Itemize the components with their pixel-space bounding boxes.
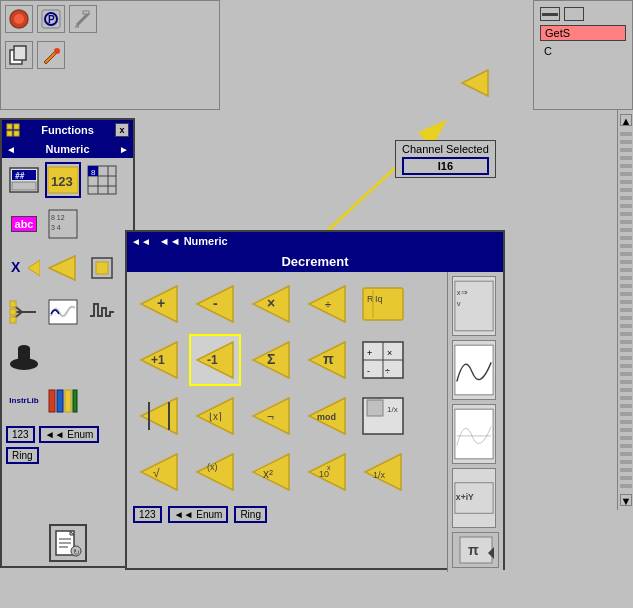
popup-log[interactable]: 10 x [301,446,353,498]
popup-right-convert[interactable]: x⇒ v [452,276,496,336]
func-instrlib[interactable]: InstrLib [6,382,42,418]
svg-rect-38 [96,262,108,274]
popup-multiply[interactable]: × [245,278,297,330]
popup-power[interactable]: 1/x [357,446,409,498]
svg-text:Σ: Σ [267,351,275,367]
func-connector[interactable] [84,250,120,286]
sub-label: C [540,45,626,57]
func-arrow-item[interactable] [45,250,81,286]
func-bundle[interactable] [6,294,42,330]
popup-breadcrumb: ◄◄ Numeric [159,235,228,247]
popup-bottom-123[interactable]: 123 [133,506,162,523]
popup-main-grid: + - × [127,272,447,572]
func-xy[interactable]: X [6,250,42,286]
popup-modulo[interactable]: mod [301,390,353,442]
popup-bottom-ring[interactable]: Ring [234,506,267,523]
svg-rect-21 [12,182,36,190]
svg-point-1 [14,14,24,24]
popup-content: + - × [127,272,503,572]
popup-back-arrow[interactable]: ◄◄ [131,236,151,247]
nav-right-arrow[interactable]: ► [119,144,129,155]
svg-marker-88 [141,398,177,434]
scroll-down[interactable]: ▼ [620,494,632,506]
tool-p[interactable]: P [37,5,65,33]
svg-marker-35 [28,260,40,276]
popup-sqrt[interactable]: √ [133,446,185,498]
svg-text:1/x: 1/x [387,405,398,414]
svg-text:x+iY: x+iY [456,492,474,502]
svg-marker-36 [49,256,75,280]
popup-quotient[interactable]: R Iq [357,278,409,330]
popup-right-pi[interactable]: π [452,532,499,568]
func-row-5 [2,334,133,378]
popup-not[interactable]: ¬ [245,390,297,442]
tool-paint[interactable] [37,41,65,69]
popup-math-grid[interactable]: + × - ÷ [357,334,409,386]
func-waveform[interactable] [45,294,81,330]
popup-divide[interactable]: ÷ [301,278,353,330]
svg-rect-7 [83,11,89,14]
functions-close-button[interactable]: x [115,123,129,137]
func-numeric-display[interactable]: ## [6,162,42,198]
toolbar-row-1: P [1,1,219,37]
popup-right-graph[interactable] [452,340,496,400]
gets-label: GetS [540,25,626,41]
tool-syringe[interactable] [69,5,97,33]
popup-title-bar: ◄◄ ◄◄ Numeric [127,232,503,250]
svg-text:⌊x⌉: ⌊x⌉ [209,411,222,422]
func-cluster[interactable]: 8 12 3 4 [45,206,81,242]
toolbar-row-2 [1,37,219,73]
popup-reciprocal[interactable]: (x) [189,446,241,498]
svg-text:x: x [327,464,331,471]
svg-rect-45 [10,317,16,323]
func-signal[interactable] [84,294,120,330]
popup-compound[interactable]: Σ [245,334,297,386]
func-row-4 [2,290,133,334]
func-books[interactable] [45,382,81,418]
svg-text:v: v [457,299,461,308]
popup-pi[interactable]: π [301,334,353,386]
popup-right-complex[interactable]: x+iY [452,468,496,528]
channel-selected-callout: Channel Selected I16 [395,140,496,178]
func-row-2: abc 8 12 3 4 [2,202,133,246]
svg-text:8 12: 8 12 [51,214,65,221]
tool-run[interactable] [5,5,33,33]
svg-rect-16 [7,131,12,136]
svg-text:P: P [48,14,55,25]
popup-square[interactable]: x² [245,446,297,498]
svg-text:÷: ÷ [385,366,390,376]
svg-text:X: X [11,259,21,275]
bottom-btn-ring[interactable]: Ring [6,447,39,464]
func-abc[interactable]: abc [6,206,42,242]
svg-rect-44 [10,309,16,315]
popup-add[interactable]: + [133,278,185,330]
svg-rect-15 [14,124,19,129]
popup-row-3: ⌊x⌉ ¬ mod [127,386,447,442]
numeric-popup: ◄◄ ◄◄ Numeric Decrement + [125,230,505,570]
svg-marker-102 [197,454,233,490]
func-123-const[interactable]: 123 [45,162,81,198]
functions-page-icon[interactable]: ↻ [49,524,87,562]
bottom-btn-123[interactable]: 123 [6,426,35,443]
svg-text:x⇒: x⇒ [457,288,468,297]
tool-copy[interactable] [5,41,33,69]
svg-text:÷: ÷ [325,298,331,310]
popup-right-graph2[interactable] [452,404,496,464]
svg-text:√: √ [153,466,160,480]
func-array-grid[interactable]: 8 [84,162,120,198]
popup-scale[interactable]: 1/x [357,390,409,442]
nav-left-arrow[interactable]: ◄ [6,144,16,155]
popup-increment[interactable]: +1 [133,334,185,386]
popup-subtract[interactable]: - [189,278,241,330]
popup-subtitle: Decrement [127,250,503,272]
popup-decrement[interactable]: -1 [189,334,241,386]
popup-bottom-enum[interactable]: ◄◄ Enum [168,506,229,523]
popup-round[interactable]: ⌊x⌉ [189,390,241,442]
bottom-btn-enum[interactable]: ◄◄ Enum [39,426,100,443]
svg-rect-43 [10,301,16,307]
func-hat[interactable] [6,338,42,374]
svg-text:¬: ¬ [267,410,274,424]
scroll-up[interactable]: ▲ [620,114,632,126]
svg-text:+: + [157,295,165,311]
popup-abs[interactable] [133,390,185,442]
